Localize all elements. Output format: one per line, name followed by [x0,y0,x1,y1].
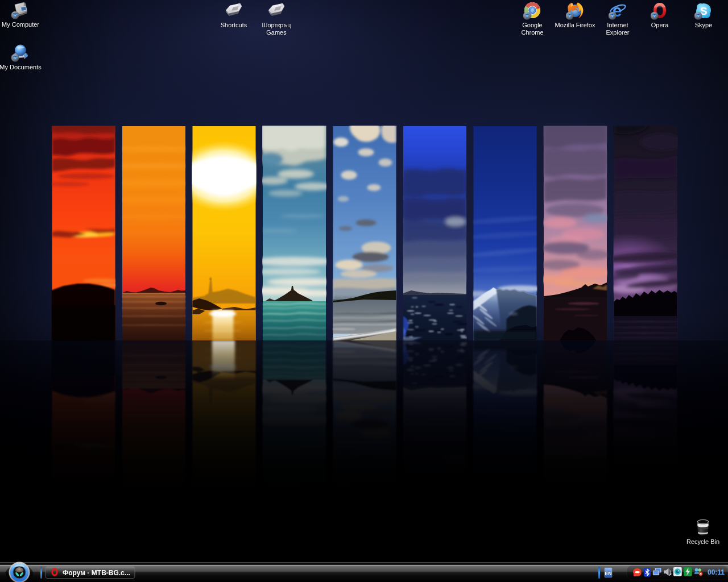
svg-text:Skype: Skype [695,22,713,28]
svg-text:Games: Games [266,29,287,36]
svg-text:Shortcuts: Shortcuts [221,22,247,28]
svg-text:Opera: Opera [651,22,669,28]
svg-text:Шорткръц: Шорткръц [262,22,291,28]
svg-text:Google: Google [522,22,542,28]
svg-text:Форум - MTB-BG.c...: Форум - MTB-BG.c... [63,569,130,577]
svg-text:Recycle Bin: Recycle Bin [686,538,719,545]
svg-text:Chrome: Chrome [521,29,543,36]
svg-text:EN: EN [605,571,612,576]
svg-text:Internet: Internet [607,22,628,28]
svg-text:00:11: 00:11 [708,568,725,576]
svg-text:Explorer: Explorer [606,29,630,36]
svg-text:Mozilla Firefox: Mozilla Firefox [555,22,595,28]
svg-text:My Computer: My Computer [2,21,39,28]
svg-text:My Documents: My Documents [0,64,42,70]
